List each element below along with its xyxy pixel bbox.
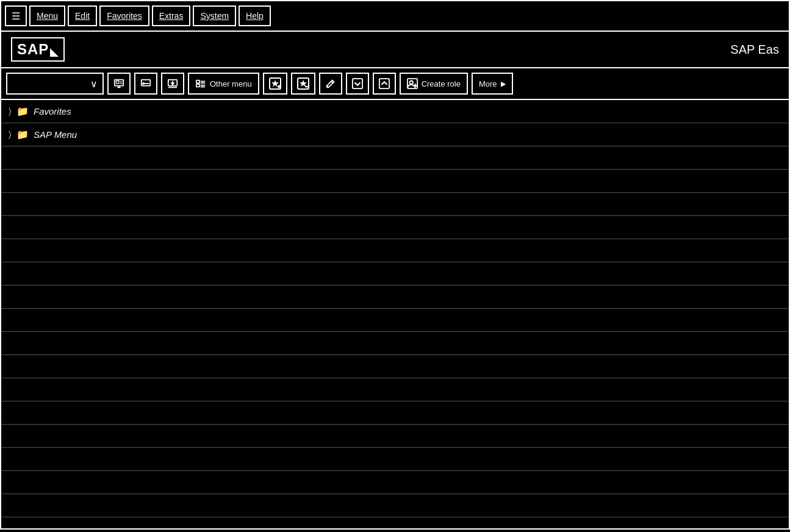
other-menu-icon: [195, 78, 206, 89]
hamburger-button[interactable]: ☰: [5, 5, 27, 26]
empty-row: [1, 170, 789, 193]
content-area: 〉 📁 Favorites 〉 📁 SAP Menu: [0, 100, 790, 530]
empty-row: [1, 517, 789, 530]
tree-area: 〉 📁 Favorites 〉 📁 SAP Menu: [1, 100, 789, 530]
empty-row: [1, 355, 789, 378]
empty-row: [1, 401, 789, 425]
svg-rect-27: [353, 79, 362, 88]
move-down-button[interactable]: [346, 73, 369, 95]
expand-sap-menu-icon: 〉: [9, 129, 12, 140]
other-menu-label: Other menu: [210, 79, 252, 88]
menu-bar: ☰ Menu Edit Favorites Extras System Help: [0, 0, 790, 32]
menu-item-edit[interactable]: Edit: [68, 5, 97, 26]
svg-rect-28: [379, 79, 389, 88]
create-role-label: Create role: [422, 79, 461, 88]
empty-row: [1, 146, 789, 170]
toolbar: ∨: [0, 68, 790, 100]
folder-sap-menu-icon: 📁: [16, 129, 29, 140]
empty-row: [1, 309, 789, 332]
menu-item-favorites[interactable]: Favorites: [99, 5, 149, 26]
remove-favorites-button[interactable]: [291, 73, 315, 95]
load-button[interactable]: [161, 73, 184, 95]
more-label: More: [479, 79, 497, 88]
empty-row: [1, 425, 789, 448]
other-menu-button[interactable]: Other menu: [188, 73, 259, 95]
more-arrow-icon: ▶: [501, 80, 506, 88]
menu-item-extras[interactable]: Extras: [152, 5, 191, 26]
pencil-icon: [325, 78, 336, 89]
create-role-button[interactable]: Create role: [400, 73, 468, 95]
favorites-label: Favorites: [34, 106, 71, 117]
chevron-down-icon: ∨: [90, 78, 98, 90]
empty-row: [1, 332, 789, 355]
svg-line-26: [331, 81, 333, 83]
folder-favorites-icon: 📁: [16, 106, 29, 117]
add-favorites-button[interactable]: [263, 73, 287, 95]
expand-favorites-icon: 〉: [9, 106, 12, 117]
menu-item-system[interactable]: System: [193, 5, 236, 26]
back-icon: [140, 78, 151, 89]
svg-rect-12: [196, 84, 199, 87]
empty-row: [1, 216, 789, 239]
sap-menu-label: SAP Menu: [34, 129, 77, 140]
chevron-up-icon: [379, 78, 390, 89]
svg-rect-11: [196, 81, 199, 84]
svg-marker-18: [271, 80, 279, 87]
menu-item-help[interactable]: Help: [239, 5, 271, 26]
star-remove-icon: [297, 77, 309, 90]
empty-row: [1, 286, 789, 309]
menu-item-menu[interactable]: Menu: [29, 5, 65, 26]
svg-rect-6: [142, 80, 150, 86]
svg-rect-3: [117, 81, 120, 84]
empty-row: [1, 378, 789, 401]
empty-row: [1, 193, 789, 216]
chevron-down-icon: [352, 78, 363, 89]
sap-logo-text: SAP: [17, 41, 49, 58]
sap-logo-triangle: [50, 48, 59, 57]
back-button[interactable]: [134, 73, 157, 95]
hamburger-icon: ☰: [12, 10, 20, 22]
tree-item-favorites[interactable]: 〉 📁 Favorites: [1, 100, 789, 123]
sap-app-title: SAP Eas: [730, 43, 779, 57]
svg-marker-22: [300, 80, 307, 87]
empty-row: [1, 239, 789, 262]
tree-item-sap-menu[interactable]: 〉 📁 SAP Menu: [1, 123, 789, 146]
more-button[interactable]: More ▶: [472, 73, 513, 95]
empty-row: [1, 262, 789, 286]
move-up-button[interactable]: [373, 73, 396, 95]
sap-menu-button[interactable]: [107, 73, 131, 95]
empty-row: [1, 494, 789, 517]
empty-row: [1, 448, 789, 471]
sap-header: SAP SAP Eas: [0, 32, 790, 68]
empty-row: [1, 471, 789, 494]
toolbar-dropdown[interactable]: ∨: [6, 73, 104, 95]
person-screen-icon: [113, 78, 124, 89]
download-icon: [167, 78, 178, 89]
edit-button[interactable]: [319, 73, 342, 95]
star-add-icon: [269, 77, 281, 90]
sap-logo: SAP: [11, 37, 65, 62]
svg-point-30: [409, 81, 412, 84]
sap-logo-box: SAP: [11, 37, 65, 62]
create-role-icon: [407, 78, 418, 89]
